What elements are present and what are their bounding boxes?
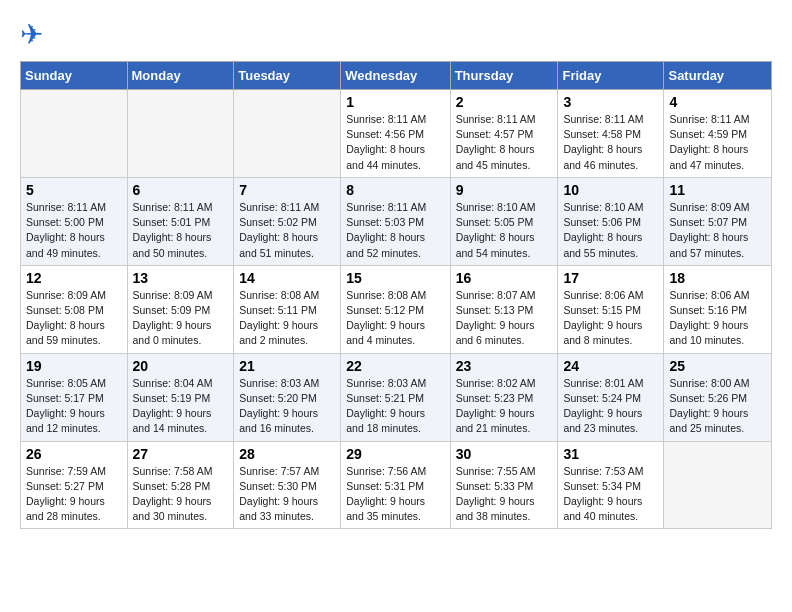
day-number: 27 bbox=[133, 446, 229, 462]
day-info: Sunrise: 8:03 AM Sunset: 5:20 PM Dayligh… bbox=[239, 376, 335, 437]
day-number: 18 bbox=[669, 270, 766, 286]
calendar-cell: 24Sunrise: 8:01 AM Sunset: 5:24 PM Dayli… bbox=[558, 353, 664, 441]
day-number: 29 bbox=[346, 446, 444, 462]
calendar-cell: 4Sunrise: 8:11 AM Sunset: 4:59 PM Daylig… bbox=[664, 90, 772, 178]
calendar-cell: 29Sunrise: 7:56 AM Sunset: 5:31 PM Dayli… bbox=[341, 441, 450, 529]
calendar-week-5: 26Sunrise: 7:59 AM Sunset: 5:27 PM Dayli… bbox=[21, 441, 772, 529]
day-info: Sunrise: 7:57 AM Sunset: 5:30 PM Dayligh… bbox=[239, 464, 335, 525]
day-info: Sunrise: 8:02 AM Sunset: 5:23 PM Dayligh… bbox=[456, 376, 553, 437]
day-info: Sunrise: 8:11 AM Sunset: 5:01 PM Dayligh… bbox=[133, 200, 229, 261]
calendar-cell bbox=[234, 90, 341, 178]
day-info: Sunrise: 8:10 AM Sunset: 5:06 PM Dayligh… bbox=[563, 200, 658, 261]
day-info: Sunrise: 8:06 AM Sunset: 5:16 PM Dayligh… bbox=[669, 288, 766, 349]
calendar-cell: 30Sunrise: 7:55 AM Sunset: 5:33 PM Dayli… bbox=[450, 441, 558, 529]
calendar-cell bbox=[127, 90, 234, 178]
calendar-cell: 16Sunrise: 8:07 AM Sunset: 5:13 PM Dayli… bbox=[450, 265, 558, 353]
day-number: 8 bbox=[346, 182, 444, 198]
logo: ✈ bbox=[20, 18, 47, 51]
day-number: 10 bbox=[563, 182, 658, 198]
calendar-cell: 17Sunrise: 8:06 AM Sunset: 5:15 PM Dayli… bbox=[558, 265, 664, 353]
calendar-cell: 26Sunrise: 7:59 AM Sunset: 5:27 PM Dayli… bbox=[21, 441, 128, 529]
day-number: 7 bbox=[239, 182, 335, 198]
day-info: Sunrise: 8:09 AM Sunset: 5:07 PM Dayligh… bbox=[669, 200, 766, 261]
day-info: Sunrise: 8:07 AM Sunset: 5:13 PM Dayligh… bbox=[456, 288, 553, 349]
day-number: 15 bbox=[346, 270, 444, 286]
calendar-cell: 23Sunrise: 8:02 AM Sunset: 5:23 PM Dayli… bbox=[450, 353, 558, 441]
day-info: Sunrise: 8:00 AM Sunset: 5:26 PM Dayligh… bbox=[669, 376, 766, 437]
calendar-header-row: SundayMondayTuesdayWednesdayThursdayFrid… bbox=[21, 62, 772, 90]
day-number: 2 bbox=[456, 94, 553, 110]
calendar-week-4: 19Sunrise: 8:05 AM Sunset: 5:17 PM Dayli… bbox=[21, 353, 772, 441]
calendar-cell: 7Sunrise: 8:11 AM Sunset: 5:02 PM Daylig… bbox=[234, 177, 341, 265]
calendar-cell: 15Sunrise: 8:08 AM Sunset: 5:12 PM Dayli… bbox=[341, 265, 450, 353]
day-info: Sunrise: 8:09 AM Sunset: 5:08 PM Dayligh… bbox=[26, 288, 122, 349]
calendar-cell: 6Sunrise: 8:11 AM Sunset: 5:01 PM Daylig… bbox=[127, 177, 234, 265]
calendar-cell: 1Sunrise: 8:11 AM Sunset: 4:56 PM Daylig… bbox=[341, 90, 450, 178]
calendar-cell: 22Sunrise: 8:03 AM Sunset: 5:21 PM Dayli… bbox=[341, 353, 450, 441]
calendar-week-3: 12Sunrise: 8:09 AM Sunset: 5:08 PM Dayli… bbox=[21, 265, 772, 353]
calendar-week-1: 1Sunrise: 8:11 AM Sunset: 4:56 PM Daylig… bbox=[21, 90, 772, 178]
calendar-cell: 19Sunrise: 8:05 AM Sunset: 5:17 PM Dayli… bbox=[21, 353, 128, 441]
logo-icon: ✈ bbox=[20, 18, 43, 51]
day-info: Sunrise: 8:10 AM Sunset: 5:05 PM Dayligh… bbox=[456, 200, 553, 261]
day-number: 13 bbox=[133, 270, 229, 286]
calendar-header-monday: Monday bbox=[127, 62, 234, 90]
day-number: 17 bbox=[563, 270, 658, 286]
calendar-cell: 25Sunrise: 8:00 AM Sunset: 5:26 PM Dayli… bbox=[664, 353, 772, 441]
calendar-cell: 28Sunrise: 7:57 AM Sunset: 5:30 PM Dayli… bbox=[234, 441, 341, 529]
day-info: Sunrise: 8:09 AM Sunset: 5:09 PM Dayligh… bbox=[133, 288, 229, 349]
day-number: 21 bbox=[239, 358, 335, 374]
day-number: 20 bbox=[133, 358, 229, 374]
day-number: 22 bbox=[346, 358, 444, 374]
calendar-cell: 11Sunrise: 8:09 AM Sunset: 5:07 PM Dayli… bbox=[664, 177, 772, 265]
day-info: Sunrise: 8:11 AM Sunset: 5:02 PM Dayligh… bbox=[239, 200, 335, 261]
day-info: Sunrise: 8:03 AM Sunset: 5:21 PM Dayligh… bbox=[346, 376, 444, 437]
day-info: Sunrise: 8:11 AM Sunset: 4:58 PM Dayligh… bbox=[563, 112, 658, 173]
calendar-header-thursday: Thursday bbox=[450, 62, 558, 90]
day-info: Sunrise: 8:11 AM Sunset: 4:59 PM Dayligh… bbox=[669, 112, 766, 173]
day-info: Sunrise: 8:11 AM Sunset: 4:57 PM Dayligh… bbox=[456, 112, 553, 173]
day-info: Sunrise: 8:11 AM Sunset: 4:56 PM Dayligh… bbox=[346, 112, 444, 173]
calendar-cell: 13Sunrise: 8:09 AM Sunset: 5:09 PM Dayli… bbox=[127, 265, 234, 353]
day-number: 19 bbox=[26, 358, 122, 374]
calendar-cell: 2Sunrise: 8:11 AM Sunset: 4:57 PM Daylig… bbox=[450, 90, 558, 178]
calendar-header-wednesday: Wednesday bbox=[341, 62, 450, 90]
day-number: 11 bbox=[669, 182, 766, 198]
day-info: Sunrise: 7:53 AM Sunset: 5:34 PM Dayligh… bbox=[563, 464, 658, 525]
calendar-header-tuesday: Tuesday bbox=[234, 62, 341, 90]
calendar-cell: 18Sunrise: 8:06 AM Sunset: 5:16 PM Dayli… bbox=[664, 265, 772, 353]
day-info: Sunrise: 7:58 AM Sunset: 5:28 PM Dayligh… bbox=[133, 464, 229, 525]
day-number: 1 bbox=[346, 94, 444, 110]
day-number: 26 bbox=[26, 446, 122, 462]
day-number: 23 bbox=[456, 358, 553, 374]
header: ✈ bbox=[20, 18, 772, 51]
calendar-week-2: 5Sunrise: 8:11 AM Sunset: 5:00 PM Daylig… bbox=[21, 177, 772, 265]
day-number: 4 bbox=[669, 94, 766, 110]
calendar-cell: 20Sunrise: 8:04 AM Sunset: 5:19 PM Dayli… bbox=[127, 353, 234, 441]
calendar-header-sunday: Sunday bbox=[21, 62, 128, 90]
day-info: Sunrise: 8:05 AM Sunset: 5:17 PM Dayligh… bbox=[26, 376, 122, 437]
calendar-cell: 10Sunrise: 8:10 AM Sunset: 5:06 PM Dayli… bbox=[558, 177, 664, 265]
day-info: Sunrise: 7:56 AM Sunset: 5:31 PM Dayligh… bbox=[346, 464, 444, 525]
calendar-cell bbox=[21, 90, 128, 178]
day-number: 5 bbox=[26, 182, 122, 198]
calendar-cell: 21Sunrise: 8:03 AM Sunset: 5:20 PM Dayli… bbox=[234, 353, 341, 441]
day-info: Sunrise: 8:01 AM Sunset: 5:24 PM Dayligh… bbox=[563, 376, 658, 437]
day-number: 16 bbox=[456, 270, 553, 286]
day-number: 28 bbox=[239, 446, 335, 462]
calendar: SundayMondayTuesdayWednesdayThursdayFrid… bbox=[20, 61, 772, 529]
day-info: Sunrise: 7:55 AM Sunset: 5:33 PM Dayligh… bbox=[456, 464, 553, 525]
page: ✈ SundayMondayTuesdayWednesdayThursdayFr… bbox=[0, 0, 792, 541]
day-number: 12 bbox=[26, 270, 122, 286]
calendar-cell: 9Sunrise: 8:10 AM Sunset: 5:05 PM Daylig… bbox=[450, 177, 558, 265]
day-info: Sunrise: 8:06 AM Sunset: 5:15 PM Dayligh… bbox=[563, 288, 658, 349]
calendar-cell: 8Sunrise: 8:11 AM Sunset: 5:03 PM Daylig… bbox=[341, 177, 450, 265]
calendar-cell bbox=[664, 441, 772, 529]
day-number: 6 bbox=[133, 182, 229, 198]
day-info: Sunrise: 8:11 AM Sunset: 5:03 PM Dayligh… bbox=[346, 200, 444, 261]
day-number: 24 bbox=[563, 358, 658, 374]
day-info: Sunrise: 8:04 AM Sunset: 5:19 PM Dayligh… bbox=[133, 376, 229, 437]
calendar-cell: 12Sunrise: 8:09 AM Sunset: 5:08 PM Dayli… bbox=[21, 265, 128, 353]
day-info: Sunrise: 7:59 AM Sunset: 5:27 PM Dayligh… bbox=[26, 464, 122, 525]
calendar-header-friday: Friday bbox=[558, 62, 664, 90]
